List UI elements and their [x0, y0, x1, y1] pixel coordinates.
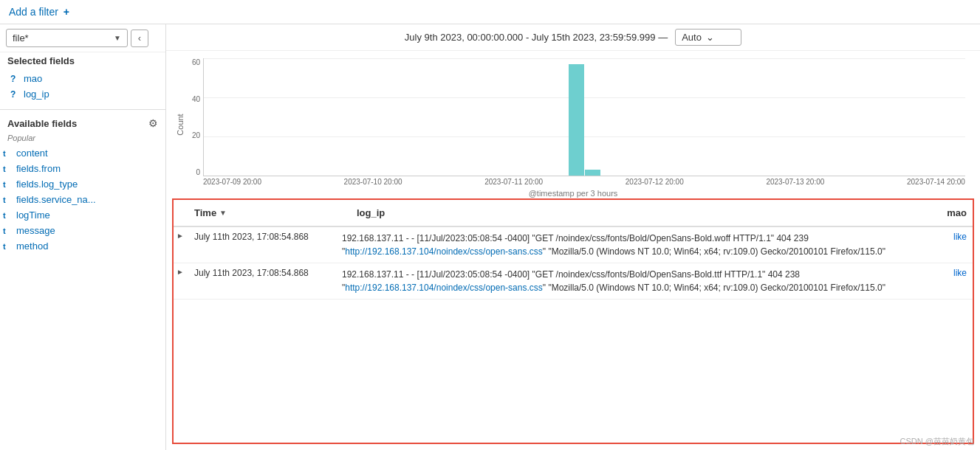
- field-fields-from[interactable]: t fields.from: [0, 161, 165, 176]
- x-label-1: 2023-07-10 20:00: [344, 178, 402, 186]
- x-label-0: 2023-07-09 20:00: [203, 178, 261, 186]
- index-value: file*: [13, 32, 29, 44]
- selected-fields-title: Selected fields: [7, 55, 158, 66]
- sidebar: file* ▼ ‹ Selected fields ? mao ? log_ip…: [0, 24, 166, 450]
- selected-fields-section: Selected fields ? mao ? log_ip: [0, 52, 165, 106]
- sort-icon: ▼: [219, 209, 227, 217]
- th-time[interactable]: Time ▼: [188, 204, 351, 221]
- add-filter-link[interactable]: Add a filter +: [9, 6, 69, 18]
- table-header: Time ▼ log_ip mao: [174, 200, 973, 227]
- row-time-1: July 11th 2023, 17:08:54.868: [188, 230, 336, 243]
- row-mao-2: like: [914, 266, 973, 280]
- chart-header: July 9th 2023, 00:00:00.000 - July 15th …: [166, 24, 980, 51]
- selected-field-logip[interactable]: ? log_ip: [7, 86, 158, 102]
- field-fields-service-na[interactable]: t fields.service_na...: [0, 192, 165, 207]
- interval-dropdown[interactable]: Auto ⌄: [675, 29, 741, 46]
- th-logip: log_ip: [351, 204, 914, 221]
- x-label-3: 2023-07-12 20:00: [626, 178, 684, 186]
- date-range-label: July 9th 2023, 00:00:00.000 - July 15th …: [405, 32, 668, 43]
- row-logip-1: 192.168.137.11 - - [11/Jul/2023:05:08:54…: [336, 230, 914, 260]
- popular-label: Popular: [0, 132, 165, 145]
- add-filter-label: Add a filter: [9, 6, 58, 18]
- field-message[interactable]: t message: [0, 223, 165, 238]
- row-logip-2: 192.168.137.11 - - [11/Jul/2023:05:08:54…: [336, 266, 914, 296]
- watermark: CSDN @苗苗奶黄包: [900, 436, 974, 447]
- nav-back-button[interactable]: ‹: [131, 30, 148, 47]
- field-fields-log-type[interactable]: t fields.log_type: [0, 176, 165, 192]
- table-row: ► July 11th 2023, 17:08:54.868 192.168.1…: [174, 227, 973, 263]
- main-layout: file* ▼ ‹ Selected fields ? mao ? log_ip…: [0, 24, 980, 450]
- top-bar: Add a filter +: [0, 0, 980, 24]
- chart-container: Count 60 40 20 0: [166, 51, 980, 198]
- x-label-5: 2023-07-14 20:00: [907, 178, 965, 186]
- field-type-q: ?: [10, 74, 21, 84]
- index-selector: file* ▼ ‹: [0, 24, 165, 52]
- index-dropdown[interactable]: file* ▼: [6, 29, 128, 47]
- field-type-q2: ?: [10, 89, 21, 100]
- available-fields-header: Available fields ⚙: [0, 113, 165, 132]
- field-name-mao: mao: [24, 73, 42, 84]
- available-fields-list: t content t fields.from t fields.log_typ…: [0, 145, 165, 254]
- x-label-4: 2023-07-13 20:00: [766, 178, 824, 186]
- chevron-left-icon: ‹: [138, 32, 141, 44]
- right-panel: July 9th 2023, 00:00:00.000 - July 15th …: [166, 24, 980, 450]
- divider: [0, 109, 165, 110]
- selected-field-mao[interactable]: ? mao: [7, 71, 158, 86]
- bar-spike[interactable]: [569, 64, 584, 176]
- dropdown-arrow-icon: ▼: [114, 34, 121, 42]
- row-mao-1: like: [914, 230, 973, 243]
- x-label-2: 2023-07-11 20:00: [484, 178, 543, 186]
- available-fields-title: Available fields: [7, 118, 77, 129]
- gear-icon[interactable]: ⚙: [148, 117, 158, 129]
- th-mao: mao: [914, 204, 973, 221]
- auto-label: Auto: [682, 32, 702, 43]
- field-method[interactable]: t method: [0, 238, 165, 254]
- bars-group: // We'll render bars via inline style in…: [204, 58, 965, 176]
- results-table-highlight: Time ▼ log_ip mao ► July 11th 2023, 17:0…: [172, 198, 974, 444]
- x-axis-labels: 2023-07-09 20:00 2023-07-10 20:00 2023-0…: [203, 176, 965, 187]
- field-content[interactable]: t content: [0, 145, 165, 161]
- field-name-logip: log_ip: [24, 89, 49, 100]
- row-expand-button-2[interactable]: ►: [174, 266, 188, 277]
- field-logtime[interactable]: t logTime: [0, 207, 165, 223]
- add-filter-plus-icon: +: [64, 6, 69, 18]
- dropdown-chevron-icon: ⌄: [706, 32, 714, 43]
- table-row: ► July 11th 2023, 17:08:54.868 192.168.1…: [174, 263, 973, 300]
- row-expand-button[interactable]: ►: [174, 230, 188, 241]
- row-time-2: July 11th 2023, 17:08:54.868: [188, 266, 336, 280]
- chart-plot-area: // We'll render bars via inline style in…: [203, 58, 965, 176]
- chart-footer-label: @timestamp per 3 hours: [181, 189, 965, 198]
